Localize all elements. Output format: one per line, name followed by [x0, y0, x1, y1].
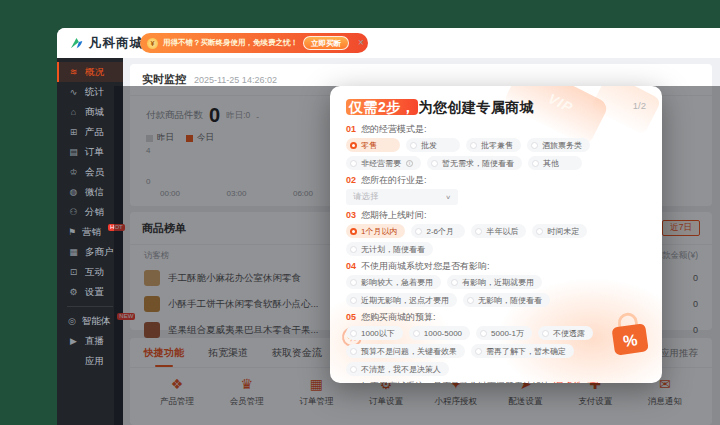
- option-text: 酒旅票务类: [542, 140, 582, 151]
- radio-icon: [475, 348, 482, 355]
- option-pill[interactable]: 半年以后: [471, 224, 526, 238]
- option-pill[interactable]: 时间未定: [532, 224, 587, 238]
- option-text: 2-6个月: [426, 226, 454, 237]
- option-text: 影响较大，急着要用: [361, 277, 433, 288]
- ai-agent-icon: ◎: [68, 316, 76, 326]
- question-text: 如不用商城系统，是否导致您以下问题无法解决: [361, 381, 550, 383]
- banner-close-icon[interactable]: ×: [358, 38, 364, 48]
- question-label: 01您的经营模式是:: [346, 123, 646, 135]
- option-pill[interactable]: 不便透露: [538, 326, 593, 340]
- option-pill[interactable]: 有影响，近期就要用: [447, 275, 542, 289]
- statistics-icon: ∿: [68, 87, 79, 97]
- logo: 凡科商城: [69, 35, 143, 52]
- question-label: 06如不用商城系统，是否导致您以下问题无法解决 (最多选3项)：: [346, 380, 646, 383]
- option-pill[interactable]: 预算不是问题，关键看效果: [346, 344, 465, 358]
- sidebar-item-overview[interactable]: ≋概况: [57, 62, 123, 82]
- option-pill[interactable]: 影响较大，急着要用: [346, 275, 441, 289]
- radio-icon: [532, 160, 539, 167]
- sidebar-item-label: 应用: [85, 355, 104, 368]
- option-pill[interactable]: 1000-5000: [409, 326, 470, 340]
- radio-icon: [475, 228, 482, 235]
- option-pill[interactable]: 暂无需求，随便看看: [427, 156, 522, 170]
- sidebar-item-label: 概况: [85, 66, 104, 79]
- multi-merchant-icon: ▦: [68, 247, 79, 257]
- radio-icon: [350, 246, 357, 253]
- question-label: 04不使用商城系统对您是否有影响:: [346, 260, 646, 272]
- sidebar-item-label: 直播: [85, 335, 104, 348]
- radio-icon: [531, 142, 538, 149]
- coin-icon: ¥: [147, 38, 158, 49]
- option-row: 影响较大，急着要用有影响，近期就要用近期无影响，迟点才要用无影响，随便看看: [346, 275, 646, 307]
- option-row: 零售批发批零兼售酒旅票务类非经营需要i暂无需求，随便看看其他: [346, 138, 646, 170]
- option-pill[interactable]: 不清楚，我不是决策人: [346, 362, 449, 376]
- option-pill[interactable]: 非经营需要i: [346, 156, 421, 170]
- logo-icon: [69, 36, 84, 51]
- option-pill[interactable]: 无影响，随便看看: [463, 293, 550, 307]
- radio-selected-icon: [350, 228, 357, 235]
- radio-icon: [350, 348, 357, 355]
- question-text: 您期待上线时间:: [361, 210, 427, 220]
- option-pill[interactable]: 其他: [528, 156, 582, 170]
- radio-icon: [470, 142, 477, 149]
- question-01: 01您的经营模式是:零售批发批零兼售酒旅票务类非经营需要i暂无需求，随便看看其他: [346, 123, 646, 170]
- industry-select[interactable]: 请选择∨: [346, 189, 458, 205]
- radio-icon: [467, 297, 474, 304]
- option-pill[interactable]: 5000-1万: [476, 326, 532, 340]
- option-pill[interactable]: 需再了解下，暂未确定: [471, 344, 574, 358]
- option-text: 零售: [361, 140, 377, 151]
- modal-title: 仅需2步，为您创建专属商城: [346, 99, 646, 117]
- promo-banner: ¥ 用得不错？买断终身使用，免续费之忧！ 立即买断 ×: [140, 33, 368, 53]
- sidebar-item-label: 智能体: [82, 315, 111, 328]
- question-number: 03: [346, 210, 356, 220]
- option-text: 时间未定: [547, 226, 579, 237]
- option-pill[interactable]: 批零兼售: [466, 138, 521, 152]
- option-pill[interactable]: 零售: [346, 138, 400, 152]
- option-pill[interactable]: 批发: [406, 138, 460, 152]
- live-icon: ▶: [68, 336, 79, 346]
- option-text: 暂无需求，随便看看: [442, 158, 514, 169]
- option-text: 其他: [543, 158, 559, 169]
- settings-icon: ⚙: [68, 287, 79, 297]
- app-header: 凡科商城 ¥ 用得不错？买断终身使用，免续费之忧！ 立即买断 ×: [57, 28, 720, 58]
- option-pill[interactable]: 无计划，随便看看: [346, 242, 433, 256]
- sidebar-item-label: 产品: [85, 126, 104, 139]
- option-text: 1个月以内: [361, 226, 397, 237]
- question-06: 06如不用商城系统，是否导致您以下问题无法解决 (最多选3项)：缺少低成本试错工…: [346, 380, 646, 383]
- option-text: 无影响，随便看看: [478, 295, 542, 306]
- modal-title-highlight: 仅需2步，: [346, 99, 418, 115]
- radio-icon: [350, 366, 357, 373]
- option-text: 无计划，随便看看: [361, 244, 425, 255]
- sidebar-item-label: 商城: [85, 106, 104, 119]
- marketing-icon: ⚑: [68, 227, 76, 237]
- wechat-icon: ◍: [68, 187, 79, 197]
- step-indicator: 1/2: [633, 100, 646, 111]
- sidebar-divider: [67, 306, 113, 307]
- radio-icon: [350, 279, 357, 286]
- buyout-button[interactable]: 立即买断: [303, 36, 349, 50]
- info-icon: i: [406, 160, 413, 167]
- question-04: 04不使用商城系统对您是否有影响:影响较大，急着要用有影响，近期就要用近期无影响…: [346, 260, 646, 307]
- orders-icon: ▤: [68, 147, 79, 157]
- modal-title-rest: 为您创建专属商城: [418, 99, 534, 115]
- option-pill[interactable]: 1个月以内: [346, 224, 405, 238]
- option-text: 1000以下: [361, 328, 395, 339]
- mall-icon: ⌂: [68, 107, 79, 117]
- radio-icon: [431, 160, 438, 167]
- option-pill[interactable]: 酒旅票务类: [527, 138, 590, 152]
- chevron-down-icon: ∨: [445, 194, 451, 200]
- question-number: 05: [346, 312, 356, 322]
- option-pill[interactable]: 近期无影响，迟点才要用: [346, 293, 457, 307]
- option-text: 半年以后: [486, 226, 518, 237]
- promo-banner-text: 用得不错？买断终身使用，免续费之忧！: [163, 38, 298, 48]
- radio-icon: [451, 279, 458, 286]
- question-number: 02: [346, 175, 356, 185]
- option-text: 预算不是问题，关键看效果: [361, 346, 457, 357]
- option-text: 非经营需要: [361, 158, 401, 169]
- sidebar-item-label: 营销: [82, 226, 101, 239]
- app-title: 凡科商城: [89, 35, 143, 52]
- question-label: 03您期待上线时间:: [346, 209, 646, 221]
- option-pill[interactable]: 2-6个月: [411, 224, 465, 238]
- sidebar-item-label: 设置: [85, 286, 104, 299]
- option-pill[interactable]: 1000以下: [346, 326, 403, 340]
- radio-icon: [350, 297, 357, 304]
